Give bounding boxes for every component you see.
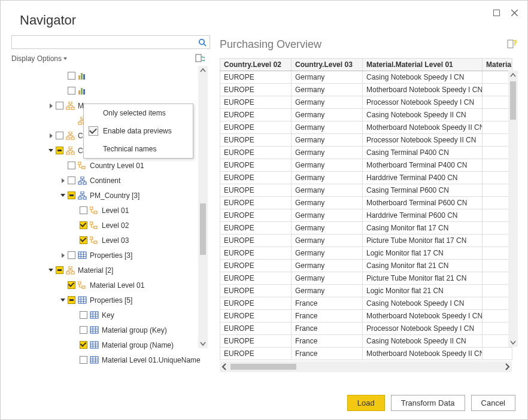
table-row[interactable]: EUROPEFranceProcessor Notebook Speedy I … (220, 322, 512, 335)
tree-node[interactable]: Properties [5] (11, 293, 208, 308)
table-cell: France (292, 310, 363, 322)
checkbox[interactable] (80, 341, 87, 349)
table-row[interactable]: EUROPEGermanyCasing Notebook Speedy II C… (220, 109, 512, 121)
expander-icon[interactable] (47, 104, 54, 108)
checkbox[interactable] (68, 296, 75, 304)
tree-node[interactable]: Key (11, 308, 208, 322)
transform-data-button[interactable]: Transform Data (391, 395, 465, 411)
checkbox[interactable] (80, 311, 87, 319)
tree-node[interactable]: Material Level 01.UniqueName (11, 352, 208, 367)
search-input[interactable] (11, 35, 210, 49)
table-row[interactable]: EUROPEGermanyProcessor Notebook Speedy I… (220, 96, 512, 109)
column-header[interactable]: Country.Level 02 (220, 59, 292, 71)
tree-node[interactable]: Material group (Key) (11, 322, 208, 337)
table-cell (483, 84, 512, 96)
checkbox[interactable] (80, 356, 87, 364)
export-icon[interactable] (507, 39, 517, 49)
level-icon (90, 236, 99, 245)
tree-node[interactable]: Level 03 (11, 233, 208, 248)
expander-icon[interactable] (47, 133, 54, 138)
column-header[interactable]: Country.Level 03 (292, 59, 363, 71)
table-row[interactable]: EUROPEFranceMotherboard Notebook Speedy … (220, 348, 512, 360)
tree-node[interactable] (11, 83, 208, 98)
scrollbar-thumb[interactable] (510, 81, 516, 120)
tree-node[interactable]: Level 02 (11, 218, 208, 233)
table-row[interactable]: EUROPEGermanyHarddrive Terminal P600 CN (220, 209, 512, 222)
table-cell: Germany (292, 159, 363, 172)
tree-node[interactable]: Material Level 01 (11, 278, 208, 293)
table-row[interactable]: EUROPEGermanyCasing Monitor flat 21 CN (220, 260, 512, 272)
tree-node[interactable]: PM_Country [3] (11, 188, 208, 203)
checkbox[interactable] (68, 87, 75, 95)
checkbox[interactable] (68, 162, 75, 169)
grid-scrollbar-vertical[interactable] (508, 71, 518, 347)
table-row[interactable]: EUROPEGermanyPicture Tube Monitor flat 2… (220, 272, 512, 285)
checkbox[interactable] (80, 206, 87, 214)
table-row[interactable]: EUROPEGermanyCasing Notebook Speedy I CN (220, 71, 512, 84)
refresh-icon[interactable] (193, 54, 207, 63)
tree-node[interactable]: Level 01 (11, 203, 208, 218)
checkbox[interactable] (80, 326, 87, 334)
checkbox[interactable] (68, 281, 75, 289)
table-row[interactable]: EUROPEGermanyPicture Tube Monitor flat 1… (220, 235, 512, 247)
table-row[interactable]: EUROPEGermanyCasing Monitor flat 17 CN (220, 222, 512, 235)
tree-node[interactable]: Properties [3] (11, 248, 208, 263)
table-row[interactable]: EUROPEGermanyMotherboard Notebook Speedy… (220, 84, 512, 96)
expander-icon[interactable] (59, 178, 66, 183)
scroll-up-icon[interactable] (198, 66, 208, 75)
maximize-icon[interactable] (491, 8, 501, 17)
menu-item-only-selected[interactable]: Only selected items (84, 104, 193, 122)
expander-icon[interactable] (47, 269, 54, 272)
tree-node[interactable]: Country Level 01 (11, 158, 208, 173)
tree-node[interactable] (11, 68, 208, 83)
expander-icon[interactable] (47, 149, 54, 152)
checkbox[interactable] (56, 147, 63, 154)
tree-node[interactable]: Continent (11, 173, 208, 188)
column-header[interactable]: Material.Material Level 01 (363, 59, 483, 71)
checkbox[interactable] (56, 132, 63, 139)
table-row[interactable]: EUROPEGermanyCasing Terminal P400 CN (220, 147, 512, 159)
table-row[interactable]: EUROPEGermanyMotherboard Terminal P600 C… (220, 197, 512, 209)
checkbox[interactable] (56, 102, 63, 109)
table-row[interactable]: EUROPEFranceCasing Notebook Speedy II CN (220, 335, 512, 348)
close-icon[interactable] (509, 8, 519, 17)
table-row[interactable]: EUROPEGermanyLogic Monitor flat 17 CN (220, 247, 512, 260)
table-cell: Germany (292, 172, 363, 184)
menu-item-technical-names[interactable]: Technical names (84, 140, 193, 158)
scrollbar-thumb[interactable] (200, 203, 206, 255)
tree-node[interactable]: Material [2] (11, 263, 208, 278)
scroll-left-icon[interactable] (220, 362, 229, 372)
column-header[interactable]: Material (483, 59, 512, 71)
checkbox[interactable] (68, 251, 75, 259)
table-row[interactable]: EUROPEFranceMotherboard Notebook Speedy … (220, 310, 512, 322)
checkbox[interactable] (68, 72, 75, 80)
scroll-down-icon[interactable] (508, 337, 518, 347)
checkbox[interactable] (80, 221, 87, 229)
table-row[interactable]: EUROPEGermanyProcessor Notebook Speedy I… (220, 134, 512, 147)
expander-icon[interactable] (59, 194, 66, 197)
tree-scrollbar[interactable] (198, 66, 208, 348)
tree-node[interactable]: Material group (Name) (11, 337, 208, 352)
display-options-dropdown[interactable]: Display Options (11, 54, 67, 63)
scroll-up-icon[interactable] (508, 71, 518, 80)
load-button[interactable]: Load (347, 395, 385, 411)
table-row[interactable]: EUROPEGermanyHarddrive Terminal P400 CN (220, 172, 512, 184)
scroll-down-icon[interactable] (198, 339, 208, 348)
checkbox[interactable] (80, 236, 87, 244)
checkbox[interactable] (68, 191, 75, 199)
tree-node-label: Properties [3] (90, 251, 132, 260)
scroll-right-icon[interactable] (502, 362, 512, 372)
menu-item-enable-previews[interactable]: Enable data previews (84, 122, 193, 140)
checkbox[interactable] (68, 176, 75, 184)
table-row[interactable]: EUROPEGermanyLogic Monitor flat 21 CN (220, 285, 512, 297)
grid-scrollbar-horizontal[interactable] (220, 361, 512, 372)
checkbox[interactable] (56, 266, 63, 274)
scrollbar-thumb[interactable] (230, 364, 296, 370)
table-row[interactable]: EUROPEGermanyMotherboard Terminal P400 C… (220, 159, 512, 172)
expander-icon[interactable] (59, 253, 66, 258)
table-row[interactable]: EUROPEFranceCasing Notebook Speedy I CN (220, 297, 512, 310)
table-row[interactable]: EUROPEGermanyCasing Terminal P600 CN (220, 184, 512, 197)
expander-icon[interactable] (59, 299, 66, 302)
table-row[interactable]: EUROPEGermanyMotherboard Notebook Speedy… (220, 121, 512, 134)
cancel-button[interactable]: Cancel (471, 395, 515, 411)
